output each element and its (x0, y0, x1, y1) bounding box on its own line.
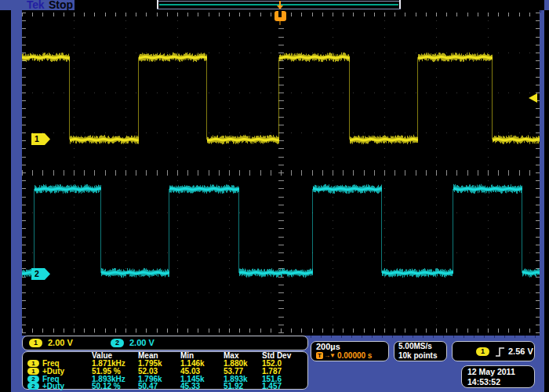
ch1-scale[interactable]: 2.00 V (48, 338, 73, 347)
record-view-left-bracket (157, 0, 158, 9)
ch1-row-badge: 1 (27, 368, 39, 375)
trigger-source-badge: 1 (476, 347, 489, 356)
tek-logo: Tek (27, 0, 44, 11)
graticule (22, 10, 540, 336)
ch2-scale[interactable]: 2.00 V (129, 338, 155, 347)
rising-edge-slope-icon (494, 346, 506, 358)
record-view-bar (75, 0, 544, 10)
measurement-min: 45.33 (180, 383, 200, 390)
trigger-level-arrow[interactable] (529, 93, 537, 103)
sample-rate: 5.00MS/s (398, 342, 432, 351)
datetime-readout: 12 May 2011 14:53:52 (461, 365, 535, 388)
left-border (0, 10, 11, 392)
channel-scale-bar: 1 2.00 V 2 2.00 V (22, 336, 308, 350)
bottom-ruler-ticks (311, 336, 541, 338)
trigger-position-marker[interactable] (274, 11, 286, 21)
time-label: 14:53:52 (467, 377, 500, 387)
record-length: 10k points (398, 351, 437, 361)
measurement-stddev: 1.457 (262, 383, 282, 390)
oscilloscope-screen: Tek Stop 1 2 1 2.00 V 2 2.00 V Value Mea… (0, 0, 549, 392)
trigger-readout[interactable]: 1 2.56 V (452, 341, 535, 361)
date-label: 12 May 2011 (467, 367, 515, 377)
trigger-level: 2.56 V (508, 347, 533, 356)
measurement-table[interactable]: Value Mean Min Max Std Dev 1 Freq 1.871k… (22, 351, 308, 390)
ch2-row-badge: 2 (27, 383, 39, 390)
timebase-scale: 200µs (316, 342, 340, 351)
ch1-badge[interactable]: 1 (29, 339, 42, 347)
acquisition-status: Stop (49, 0, 73, 11)
ch1-row-badge: 1 (27, 360, 39, 367)
trigger-position-slot (278, 11, 282, 17)
trigger-t-icon: T (316, 352, 323, 359)
measurement-mean: 50.47 (138, 383, 158, 390)
trigger-position-tail (279, 21, 281, 25)
measurement-value: 50.12 % (92, 383, 121, 390)
ch2-row-badge: 2 (27, 376, 39, 383)
trigger-position-readout: T→▼0.00000 s (316, 351, 388, 361)
right-border (544, 10, 549, 392)
trigger-position-arrows-icon: →▼ (324, 352, 335, 359)
measurement-row-ch2-duty: 2 +Duty 50.12 % 50.47 45.33 51.92 1.457 (23, 383, 307, 390)
ch2-badge[interactable]: 2 (111, 339, 124, 347)
horizontal-readout[interactable]: 200µs T→▼0.00000 s (311, 341, 389, 361)
waveform-display (22, 10, 540, 336)
record-trigger-arrow-icon (277, 5, 283, 9)
measurement-max: 51.92 (224, 383, 243, 390)
record-view-right-bracket (399, 0, 401, 9)
trigger-position-value: 0.00000 s (337, 351, 373, 360)
measurement-name: +Duty (42, 383, 64, 390)
acquisition-readout[interactable]: 5.00MS/s 10k points (394, 341, 447, 361)
